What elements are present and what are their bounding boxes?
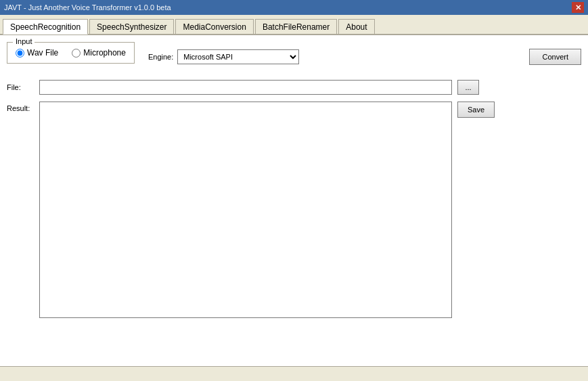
engine-select[interactable]: Microsoft SAPI [177, 49, 299, 64]
microphone-radio[interactable] [72, 49, 81, 58]
microphone-radio-label[interactable]: Microphone [72, 48, 126, 58]
engine-section: Engine: Microsoft SAPI [148, 49, 299, 64]
tab-bar: SpeechRecognition SpeechSynthesizer Medi… [0, 15, 588, 35]
engine-label: Engine: [148, 53, 173, 61]
result-label: Result: [7, 102, 34, 112]
tab-batch-file-renamer[interactable]: BatchFileRenamer [255, 19, 337, 34]
result-row: Result: Save [7, 102, 581, 359]
tab-speech-synthesizer[interactable]: SpeechSynthesizer [89, 19, 174, 34]
title-bar: JAVT - Just Another Voice Transformer v1… [0, 0, 588, 15]
close-button[interactable]: ✕ [572, 2, 584, 13]
wav-file-radio-label[interactable]: Wav File [16, 48, 58, 58]
convert-button[interactable]: Convert [529, 49, 581, 65]
file-input[interactable] [39, 80, 452, 95]
tab-about[interactable]: About [338, 19, 374, 34]
top-row: Input Wav File Microphone Engine: Micros… [7, 42, 581, 72]
tab-media-conversion[interactable]: MediaConversion [175, 19, 253, 34]
main-content: Input Wav File Microphone Engine: Micros… [0, 35, 588, 366]
browse-button[interactable]: ... [457, 80, 479, 95]
status-bar [0, 366, 588, 381]
file-label: File: [7, 83, 34, 91]
file-row: File: ... [7, 80, 581, 95]
input-group: Input Wav File Microphone [7, 42, 135, 64]
wav-file-radio[interactable] [16, 49, 24, 58]
input-legend: Input [13, 37, 35, 45]
tab-speech-recognition[interactable]: SpeechRecognition [3, 19, 88, 35]
save-button[interactable]: Save [457, 102, 495, 118]
window-title: JAVT - Just Another Voice Transformer v1… [4, 3, 171, 12]
result-textarea[interactable] [39, 102, 452, 318]
